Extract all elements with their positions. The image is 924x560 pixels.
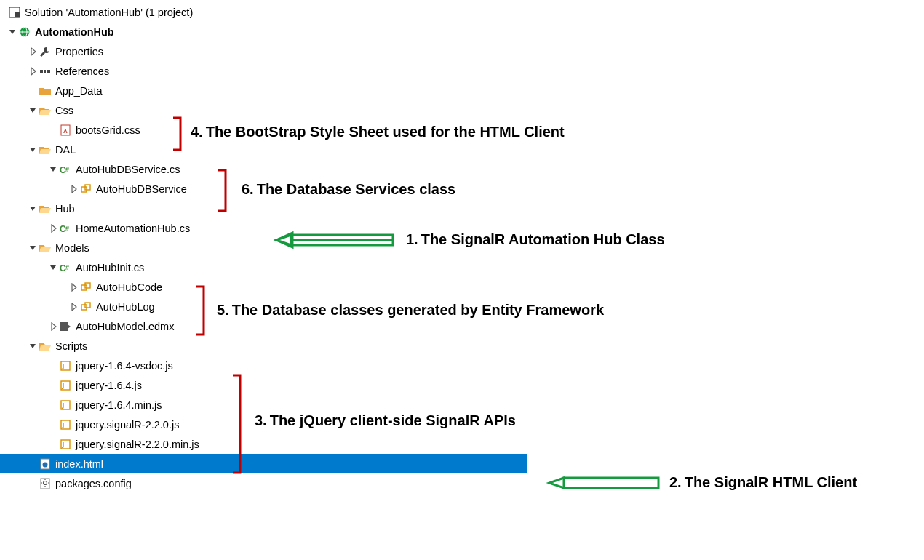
annotation-3: 3.The jQuery client-side SignalR APIs — [255, 412, 516, 429]
js-file-icon — [60, 439, 71, 450]
expand-icon[interactable] — [49, 224, 58, 233]
annotation-6: 6.The Database Services class — [242, 181, 455, 198]
project-label: AutomationHub — [35, 26, 117, 38]
project-row[interactable]: AutomationHub — [0, 22, 924, 41]
project-icon — [19, 26, 31, 38]
folder-icon — [39, 85, 51, 97]
annotation-4: 4.The BootStrap Style Sheet used for the… — [191, 124, 565, 140]
script-label: jquery.signalR-2.2.0.js — [76, 419, 182, 431]
models-edmx-label: AutoHubModel.edmx — [76, 321, 177, 332]
models-code-label: AutoHubCode — [96, 281, 165, 293]
html-file-icon — [39, 458, 51, 470]
scripts-folder-label: Scripts — [55, 340, 90, 352]
hub-folder-label: Hub — [55, 203, 78, 215]
edmx-icon — [60, 321, 71, 332]
script-file-row[interactable]: jquery.signalR-2.2.0.min.js — [0, 434, 924, 454]
expand-icon[interactable] — [9, 28, 17, 36]
solution-label: Solution 'AutomationHub' (1 project) — [25, 7, 196, 18]
folder-open-icon — [39, 203, 51, 215]
csharp-icon — [60, 262, 71, 273]
expand-icon[interactable] — [49, 322, 58, 331]
script-label: jquery.signalR-2.2.0.min.js — [76, 439, 202, 450]
references-label: References — [55, 65, 112, 77]
solution-icon — [9, 7, 20, 18]
dal-file-label: AutoHubDBService.cs — [76, 164, 183, 175]
dal-class-row[interactable]: AutoHubDBService — [0, 179, 924, 199]
models-folder-label: Models — [55, 242, 92, 254]
models-edmx-row[interactable]: AutoHubModel.edmx — [0, 316, 924, 336]
expand-icon[interactable] — [29, 47, 38, 56]
csharp-icon — [60, 164, 71, 175]
appdata-label: App_Data — [55, 85, 105, 97]
script-file-row[interactable]: jquery-1.6.4-vsdoc.js — [0, 356, 924, 375]
class-icon — [80, 183, 92, 195]
script-file-row[interactable]: jquery-1.6.4.js — [0, 375, 924, 395]
folder-open-icon — [39, 105, 51, 116]
index-label: index.html — [55, 458, 106, 470]
config-icon — [39, 478, 51, 489]
references-icon — [39, 65, 51, 77]
expand-icon[interactable] — [49, 165, 58, 174]
script-label: jquery-1.6.4.min.js — [76, 399, 164, 411]
models-init-label: AutoHubInit.cs — [76, 262, 147, 273]
expand-icon[interactable] — [49, 263, 58, 272]
folder-open-icon — [39, 242, 51, 254]
dal-folder-label: DAL — [55, 144, 79, 156]
js-file-icon — [60, 399, 71, 411]
hub-file-label: HomeAutomationHub.cs — [76, 223, 193, 234]
css-file-icon — [60, 124, 71, 136]
scripts-folder-row[interactable]: Scripts — [0, 336, 924, 356]
dal-class-label: AutoHubDBService — [96, 183, 190, 195]
annotation-5: 5.The Database classes generated by Enti… — [217, 302, 604, 319]
solution-row[interactable]: Solution 'AutomationHub' (1 project) — [0, 2, 924, 22]
hub-folder-row[interactable]: Hub — [0, 199, 924, 218]
models-log-label: AutoHubLog — [96, 301, 158, 313]
expand-icon[interactable] — [29, 244, 38, 252]
expand-icon[interactable] — [70, 303, 79, 311]
expand-icon[interactable] — [29, 106, 38, 115]
folder-open-icon — [39, 144, 51, 156]
dal-folder-row[interactable]: DAL — [0, 140, 924, 159]
class-icon — [80, 301, 92, 313]
references-row[interactable]: References — [0, 61, 924, 81]
css-file-label: bootsGrid.css — [76, 124, 143, 136]
dal-file-row[interactable]: AutoHubDBService.cs — [0, 159, 924, 179]
packages-label: packages.config — [55, 478, 135, 489]
expand-icon[interactable] — [29, 342, 38, 351]
models-init-row[interactable]: AutoHubInit.cs — [0, 257, 924, 277]
appdata-row[interactable]: App_Data — [0, 81, 924, 100]
js-file-icon — [60, 360, 71, 372]
folder-open-icon — [39, 340, 51, 352]
js-file-icon — [60, 419, 71, 431]
expand-icon[interactable] — [29, 204, 38, 213]
properties-label: Properties — [55, 46, 106, 57]
annotation-2: 2.The SignalR HTML Client — [669, 474, 857, 491]
wrench-icon — [39, 46, 51, 57]
expand-icon[interactable] — [29, 67, 38, 76]
csharp-icon — [60, 223, 71, 234]
js-file-icon — [60, 380, 71, 391]
index-html-row[interactable]: index.html — [0, 454, 527, 473]
expand-icon[interactable] — [29, 145, 38, 154]
script-file-row[interactable]: jquery-1.6.4.min.js — [0, 395, 924, 415]
expand-icon[interactable] — [70, 185, 79, 193]
properties-row[interactable]: Properties — [0, 41, 924, 61]
script-label: jquery-1.6.4.js — [76, 380, 145, 391]
css-folder-label: Css — [55, 105, 76, 116]
class-icon — [80, 281, 92, 293]
css-folder-row[interactable]: Css — [0, 100, 924, 120]
annotation-1: 1.The SignalR Automation Hub Class — [406, 231, 665, 248]
models-code-row[interactable]: AutoHubCode — [0, 277, 924, 297]
script-label: jquery-1.6.4-vsdoc.js — [76, 360, 176, 372]
expand-icon[interactable] — [70, 283, 79, 292]
